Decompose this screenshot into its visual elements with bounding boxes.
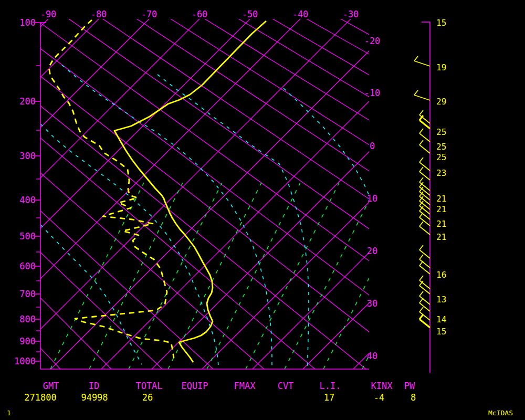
right-temp-label: 40 xyxy=(367,351,377,361)
pressure-label: 500 xyxy=(19,231,36,242)
stat-header: L.I. xyxy=(320,381,341,391)
wind-speed-label: 29 xyxy=(436,97,446,107)
right-temp-label: 20 xyxy=(367,246,377,256)
frame-number: 1 xyxy=(7,409,11,417)
wind-speed-label: 21 xyxy=(436,219,446,229)
wind-speed-label: 15 xyxy=(436,327,446,337)
sounding-screen: 1002003004005006007008009001000-90-80-70… xyxy=(0,0,525,420)
wind-speed-label: 23 xyxy=(436,168,446,178)
right-temp-label: 30 xyxy=(367,298,377,309)
top-temp-label: -40 xyxy=(292,9,309,19)
skewt-chart: 1002003004005006007008009001000-90-80-70… xyxy=(0,0,525,420)
pressure-label: 300 xyxy=(19,151,36,161)
wind-speed-label: 19 xyxy=(436,62,446,72)
pressure-label: 800 xyxy=(19,314,36,324)
wind-speed-label: 13 xyxy=(436,295,446,304)
stat-value: 8 xyxy=(411,392,416,403)
pressure-label: 100 xyxy=(19,17,36,28)
right-temp-label: -10 xyxy=(364,88,381,98)
stat-header: GMT xyxy=(43,381,59,391)
stat-header: TOTAL xyxy=(135,381,162,391)
wind-speed-label: 15 xyxy=(436,18,446,28)
top-temp-label: -70 xyxy=(141,9,158,19)
pressure-label: 400 xyxy=(19,195,36,205)
top-temp-label: -90 xyxy=(40,9,57,19)
right-temp-label: 0 xyxy=(370,141,375,151)
stat-header: PW xyxy=(404,381,415,391)
stat-value: 17 xyxy=(324,392,334,403)
pressure-label: 200 xyxy=(19,96,36,107)
top-temp-label: -60 xyxy=(192,9,208,19)
wind-speed-label: 25 xyxy=(436,142,446,152)
pressure-label: 700 xyxy=(19,289,36,299)
right-temp-label: 10 xyxy=(367,193,377,204)
wind-speed-label: 16 xyxy=(436,270,446,280)
stat-header: EQUIP xyxy=(181,381,208,391)
stat-value: 271800 xyxy=(24,392,56,403)
right-temp-label: -20 xyxy=(364,36,381,46)
wind-speed-label: 25 xyxy=(436,152,446,162)
wind-speed-label: 21 xyxy=(436,232,446,242)
stat-header: KINX xyxy=(371,381,393,391)
wind-speed-label: 25 xyxy=(436,127,446,137)
mcidas-brand: McIDAS xyxy=(488,409,513,417)
pressure-label: 600 xyxy=(19,261,36,271)
pressure-label: 1000 xyxy=(14,356,36,366)
stat-header: CVT xyxy=(278,381,294,391)
top-temp-label: -50 xyxy=(242,9,258,19)
stat-header: FMAX xyxy=(234,381,256,391)
stat-value: -4 xyxy=(374,392,384,403)
stat-value: 94998 xyxy=(81,392,108,403)
stat-value: 26 xyxy=(142,392,153,403)
wind-speed-label: 14 xyxy=(436,314,446,324)
pressure-label: 900 xyxy=(19,336,36,346)
wind-speed-label: 21 xyxy=(436,194,446,204)
stat-header: ID xyxy=(89,381,99,391)
wind-speed-label: 21 xyxy=(436,204,446,214)
top-temp-label: -30 xyxy=(343,9,359,19)
top-temp-label: -80 xyxy=(91,9,107,19)
